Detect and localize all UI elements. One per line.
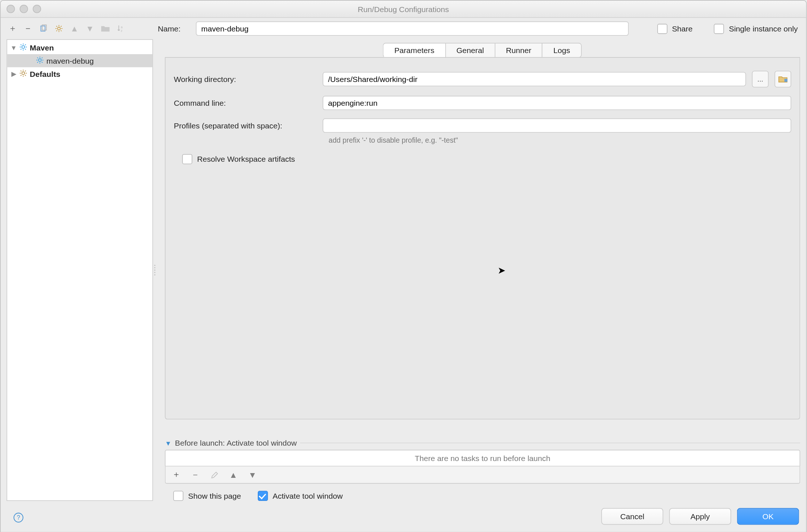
svg-line-21 (25, 44, 26, 45)
command-line-input[interactable] (323, 96, 791, 110)
tab-general[interactable]: General (445, 43, 495, 58)
tab-runner[interactable]: Runner (495, 43, 543, 58)
sidebar-toolbar: ＋ − ▲ ▼ az (7, 23, 153, 35)
copy-icon[interactable] (37, 23, 49, 35)
svg-point-22 (38, 59, 41, 61)
tree-label: Defaults (30, 69, 60, 78)
tree-node-maven[interactable]: ▼ Maven (7, 41, 153, 54)
share-label: Share (672, 24, 692, 33)
single-instance-checkbox[interactable]: Single instance only (714, 23, 798, 34)
resolve-artifacts-label: Resolve Workspace artifacts (197, 155, 295, 164)
tab-label: Logs (553, 46, 570, 55)
before-launch-tasks-list[interactable]: There are no tasks to run before launch (165, 450, 800, 467)
folder-icon (100, 23, 112, 35)
tree-label: Maven (30, 43, 54, 52)
profiles-label: Profiles (separated with space): (174, 121, 317, 130)
help-button[interactable]: ? (12, 512, 25, 524)
zoom-icon[interactable] (33, 5, 41, 13)
folder-picker-button[interactable] (774, 71, 791, 87)
traffic-lights (7, 5, 41, 13)
maven-icon (36, 56, 44, 66)
before-launch-header[interactable]: ▼ Before launch: Activate tool window (165, 438, 800, 447)
tab-label: Runner (506, 46, 531, 55)
parameters-panel: Working directory: ... Command line: Pro… (165, 57, 800, 419)
run-debug-config-window: Run/Debug Configurations ＋ − ▲ ▼ az (0, 0, 807, 532)
tree-node-defaults[interactable]: ▶ Defaults (7, 67, 153, 80)
close-icon[interactable] (7, 5, 15, 13)
disclosure-down-icon[interactable]: ▼ (11, 44, 16, 51)
activate-tool-window-label: Activate tool window (273, 491, 343, 500)
maven-icon (19, 42, 27, 53)
splitter-handle[interactable] (153, 39, 157, 501)
svg-line-30 (42, 57, 42, 58)
edit-task-icon (208, 469, 220, 481)
apply-button[interactable]: Apply (669, 508, 731, 525)
divider (300, 443, 800, 443)
move-down-icon: ▼ (84, 23, 96, 35)
checkbox-icon (173, 491, 183, 501)
command-line-label: Command line: (174, 98, 317, 107)
svg-line-10 (61, 26, 62, 27)
show-this-page-checkbox[interactable]: Show this page (173, 491, 241, 501)
before-launch-title: Before launch: Activate tool window (175, 438, 297, 447)
tab-logs[interactable]: Logs (542, 43, 581, 58)
profiles-hint: add prefix '-' to disable profile, e.g. … (329, 136, 791, 145)
svg-text:?: ? (17, 514, 20, 521)
svg-line-28 (42, 61, 42, 62)
activate-tool-window-checkbox[interactable]: Activate tool window (258, 491, 343, 501)
resolve-artifacts-checkbox[interactable]: Resolve Workspace artifacts (182, 154, 295, 164)
svg-line-20 (21, 49, 21, 49)
svg-point-31 (22, 71, 25, 74)
checkbox-icon (657, 23, 667, 34)
remove-task-icon: − (189, 469, 201, 481)
config-tree-panel: ▼ Maven maven-debug ▶ (7, 39, 153, 501)
tree-label: maven-debug (47, 56, 94, 65)
browse-button[interactable]: ... (752, 71, 769, 87)
button-label: Apply (691, 512, 710, 521)
ok-button[interactable]: OK (737, 508, 799, 525)
move-task-up-icon: ▲ (227, 469, 239, 481)
add-task-icon[interactable]: ＋ (170, 469, 182, 481)
profiles-input[interactable] (323, 119, 791, 133)
tab-label: General (456, 46, 484, 55)
svg-line-9 (56, 30, 57, 31)
move-task-down-icon: ▼ (246, 469, 259, 481)
working-dir-input[interactable] (323, 72, 746, 86)
tab-label: Parameters (394, 46, 434, 55)
tab-parameters[interactable]: Parameters (383, 43, 446, 58)
name-input[interactable] (196, 22, 629, 36)
share-checkbox[interactable]: Share (657, 23, 693, 34)
defaults-icon (19, 69, 27, 79)
svg-point-2 (57, 27, 60, 30)
dialog-buttons: Cancel Apply OK (1, 501, 806, 532)
svg-line-36 (21, 70, 21, 71)
empty-tasks-text: There are no tasks to run before launch (415, 454, 550, 462)
svg-line-39 (25, 70, 26, 71)
remove-icon[interactable]: − (22, 23, 34, 35)
window-title: Run/Debug Configurations (358, 4, 449, 13)
ellipsis-icon: ... (757, 75, 763, 83)
tree-node-maven-debug[interactable]: maven-debug (7, 54, 153, 67)
cancel-button[interactable]: Cancel (601, 508, 663, 525)
disclosure-right-icon[interactable]: ▶ (11, 70, 16, 78)
name-label: Name: (158, 24, 191, 33)
add-icon[interactable]: ＋ (7, 23, 19, 35)
svg-text:a: a (121, 25, 123, 29)
svg-line-7 (56, 26, 57, 27)
checkbox-icon (714, 23, 724, 34)
config-tree[interactable]: ▼ Maven maven-debug ▶ (7, 40, 153, 501)
svg-line-18 (21, 44, 21, 45)
svg-line-37 (25, 75, 26, 75)
minimize-icon[interactable] (20, 5, 28, 13)
sort-alpha-icon: az (115, 23, 127, 35)
svg-point-13 (22, 45, 25, 48)
button-label: OK (762, 512, 774, 521)
templates-icon[interactable] (53, 23, 65, 35)
before-launch-toolbar: ＋ − ▲ ▼ (165, 467, 800, 484)
working-dir-label: Working directory: (174, 75, 317, 83)
disclosure-down-icon: ▼ (165, 439, 171, 447)
tabbar: Parameters General Runner Logs (165, 43, 800, 58)
svg-line-29 (37, 61, 38, 62)
svg-line-38 (21, 75, 21, 75)
svg-text:z: z (121, 29, 122, 33)
